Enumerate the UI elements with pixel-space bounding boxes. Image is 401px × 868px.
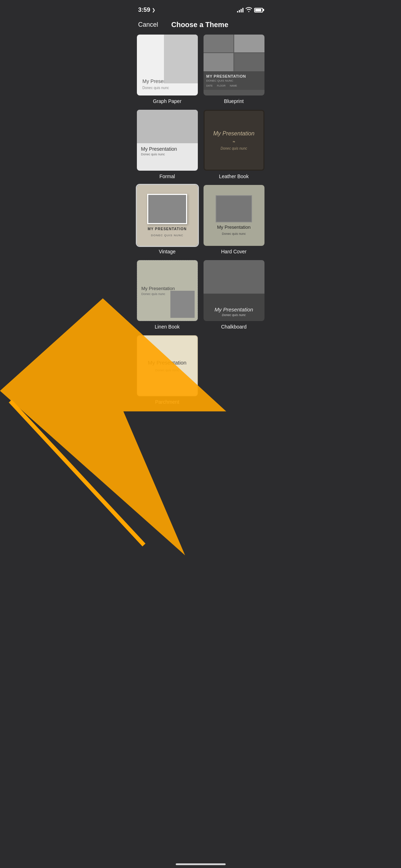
status-time: 3:59 xyxy=(138,6,150,14)
linen-title: My Presentation xyxy=(142,286,175,291)
theme-item-graph-paper[interactable]: My Presentation Donec quis nunc Graph Pa… xyxy=(137,35,198,104)
signal-bar-2 xyxy=(239,10,240,12)
leather-book-label: Leather Book xyxy=(219,174,248,179)
theme-thumbnail-hardcover: My Presentation Donec quis nunc xyxy=(204,185,264,246)
hard-cover-subtitle: Donec quis nunc xyxy=(222,232,246,236)
theme-thumbnail-vintage: MY PRESENTATION DONEC QUIS NUNC xyxy=(137,185,198,246)
graph-paper-label: Graph Paper xyxy=(153,98,181,104)
blueprint-photo-1 xyxy=(204,35,234,52)
blueprint-title: MY PRESENTATION xyxy=(206,74,262,78)
chalkboard-label: Chalkboard xyxy=(221,324,247,330)
theme-thumbnail-graph-paper: My Presentation Donec quis nunc xyxy=(137,35,198,95)
graph-paper-image xyxy=(164,35,197,83)
signal-bars xyxy=(237,7,243,12)
vintage-title: MY PRESENTATION xyxy=(148,227,186,231)
theme-item-leather-book[interactable]: My Presentation ❧ Donec quis nunc Leathe… xyxy=(204,110,264,179)
chalkboard-title: My Presentation xyxy=(215,306,253,312)
signal-bar-1 xyxy=(237,11,238,12)
hard-cover-title: My Presentation xyxy=(217,224,251,230)
formal-subtitle: Donec quis nunc xyxy=(141,153,177,156)
header: Cancel Choose a Theme xyxy=(131,18,270,35)
formal-title: My Presentation xyxy=(141,146,177,152)
parchment-subtitle: Donec quis nunc xyxy=(155,368,179,372)
leather-title: My Presentation xyxy=(213,130,255,137)
themes-grid: My Presentation Donec quis nunc Graph Pa… xyxy=(131,35,270,410)
page-title: Choose a Theme xyxy=(158,21,242,29)
hard-cover-label: Hard Cover xyxy=(221,249,247,254)
cancel-button[interactable]: Cancel xyxy=(138,21,158,29)
signal-bar-4 xyxy=(242,8,243,12)
theme-item-linen-book[interactable]: My Presentation Donec quis nunc Linen Bo… xyxy=(137,260,198,330)
blueprint-photo-2 xyxy=(234,35,264,52)
battery-icon xyxy=(254,8,263,12)
theme-thumbnail-parchment: My Presentation Donec quis nunc xyxy=(137,335,198,396)
status-icons xyxy=(237,7,263,13)
vintage-label: Vintage xyxy=(159,249,175,254)
blueprint-photo-grid xyxy=(204,35,264,71)
battery-fill xyxy=(255,9,262,11)
parchment-title: My Presentation xyxy=(148,360,186,366)
blueprint-meta: DATE FLOOR NAME xyxy=(206,84,262,87)
parchment-label: Parchment xyxy=(155,399,179,405)
blueprint-floor: FLOOR xyxy=(217,84,226,87)
blueprint-date: DATE xyxy=(206,84,213,87)
blueprint-info: MY PRESENTATION DONEC QUIS NUNC DATE FLO… xyxy=(204,71,264,90)
linen-book-label: Linen Book xyxy=(155,324,180,330)
theme-thumbnail-formal: My Presentation Donec quis nunc xyxy=(137,110,198,171)
blueprint-label: Blueprint xyxy=(224,98,243,104)
formal-text: My Presentation Donec quis nunc xyxy=(137,143,181,159)
theme-thumbnail-linen: My Presentation Donec quis nunc xyxy=(137,260,198,321)
chalkboard-subtitle: Donec quis nunc xyxy=(222,313,246,317)
theme-item-parchment[interactable]: My Presentation Donec quis nunc Parchmen… xyxy=(137,335,198,405)
theme-thumbnail-leather: My Presentation ❧ Donec quis nunc xyxy=(204,110,264,171)
theme-thumbnail-blueprint: MY PRESENTATION DONEC QUIS NUNC DATE FLO… xyxy=(204,35,264,95)
signal-bar-3 xyxy=(241,9,242,12)
linen-photo xyxy=(170,291,195,318)
chalkboard-photo xyxy=(204,260,264,294)
blueprint-photo-3 xyxy=(204,53,234,71)
formal-label: Formal xyxy=(159,174,175,179)
theme-item-vintage[interactable]: MY PRESENTATION DONEC QUIS NUNC Vintage xyxy=(137,185,198,254)
location-icon: ❯ xyxy=(152,7,155,12)
theme-item-chalkboard[interactable]: My Presentation Donec quis nunc Chalkboa… xyxy=(204,260,264,330)
graph-paper-subtitle: Donec quis nunc xyxy=(143,86,179,90)
wifi-icon xyxy=(246,7,252,13)
blueprint-name: NAME xyxy=(230,84,237,87)
blueprint-photo-4 xyxy=(234,53,264,71)
theme-item-hard-cover[interactable]: My Presentation Donec quis nunc Hard Cov… xyxy=(204,185,264,254)
status-bar: 3:59 ❯ xyxy=(131,0,270,18)
vintage-subtitle: DONEC QUIS NUNC xyxy=(151,234,183,237)
theme-thumbnail-chalkboard: My Presentation Donec quis nunc xyxy=(204,260,264,321)
vintage-photo xyxy=(147,194,187,224)
blueprint-subtitle: DONEC QUIS NUNC xyxy=(206,79,262,82)
leather-ornament: ❧ xyxy=(232,140,235,144)
theme-item-blueprint[interactable]: MY PRESENTATION DONEC QUIS NUNC DATE FLO… xyxy=(204,35,264,104)
leather-subtitle: Donec quis nunc xyxy=(221,146,247,150)
linen-subtitle: Donec quis nunc xyxy=(142,292,165,296)
hard-cover-photo xyxy=(216,195,252,223)
formal-image xyxy=(137,110,198,143)
theme-item-formal[interactable]: My Presentation Donec quis nunc Formal xyxy=(137,110,198,179)
